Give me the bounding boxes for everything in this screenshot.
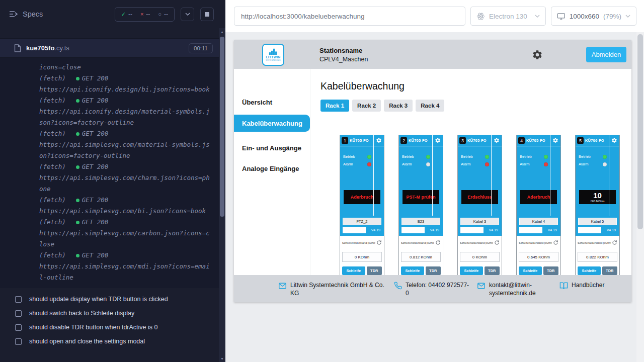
- cable-name: Kabel 4: [519, 218, 558, 225]
- sidebar-item-kabelueberwachung[interactable]: Kabelüberwachung: [234, 115, 310, 132]
- collapse-runs-button[interactable]: [181, 8, 194, 21]
- test-item[interactable]: should update display when TDR button is…: [0, 292, 219, 306]
- cable-name: Kabel 3: [460, 218, 499, 225]
- device-model: KÜ706-FO: [585, 138, 604, 143]
- schleife-button[interactable]: Schleife: [342, 266, 365, 275]
- test-item[interactable]: should switch back to Schleife display: [0, 306, 219, 320]
- browser-chrome-bar: http://localhost:3000/kabelueberwachung …: [225, 0, 644, 32]
- schleife-button[interactable]: Schleife: [401, 266, 424, 275]
- device-card-2: 2 KÜ705-FO Betrieb Alarm PST-M prüfen B2…: [398, 135, 443, 286]
- spec-file-row[interactable]: kue705fo.cy.ts 00:11: [0, 38, 219, 58]
- main-content: Kabelüberwachung Rack 1 Rack 2 Rack 3 Ra…: [310, 69, 631, 302]
- resistance-value: 0.645 KOhm: [519, 252, 558, 262]
- log-entry[interactable]: (fetch)GET 200 https://api.simplesvg.com…: [39, 195, 211, 217]
- browser-select[interactable]: Electron 130: [470, 7, 546, 26]
- stat-failed: ×--: [140, 11, 150, 18]
- log-entry[interactable]: (fetch)GET 200 https://api.simplesvg.com…: [39, 128, 211, 161]
- littwin-logo-icon: [268, 48, 279, 55]
- chevron-down-icon: [185, 13, 190, 16]
- viewport-select[interactable]: 1000x660 (79%): [551, 7, 636, 26]
- card-settings-icon[interactable]: [435, 137, 441, 143]
- footer-manuals-link[interactable]: Handbücher: [559, 281, 604, 290]
- sidebar: Übersicht Kabelüberwachung Ein- und Ausg…: [234, 69, 310, 302]
- card-settings-icon[interactable]: [376, 137, 382, 143]
- test-item[interactable]: should disable TDR button when tdrActive…: [0, 320, 219, 334]
- card-settings-icon[interactable]: [552, 137, 558, 143]
- schleife-button[interactable]: Schleife: [578, 266, 601, 275]
- cypress-runner-panel: Specs ✓-- ×-- ○-- kue705fo.cy.ts 00:11 i…: [0, 0, 225, 362]
- settings-gear-icon[interactable]: [532, 49, 543, 60]
- tab-rack-1[interactable]: Rack 1: [320, 100, 349, 112]
- card-divider: [550, 135, 550, 216]
- card-divider: [373, 135, 374, 216]
- log-line-partial[interactable]: icons=close: [39, 62, 211, 73]
- schleife-button[interactable]: Schleife: [460, 266, 483, 275]
- card-settings-icon[interactable]: [611, 137, 617, 143]
- tdr-button[interactable]: TDR: [543, 266, 558, 275]
- slot-number: 4: [518, 137, 525, 144]
- stage-scrollbar-thumb[interactable]: [637, 34, 643, 229]
- passed-icon: ✓: [121, 11, 126, 18]
- test-item[interactable]: should open and close the settings modal: [0, 334, 219, 348]
- log-entry[interactable]: (fetch)GET 200 https://api.simplesvg.com…: [39, 217, 211, 250]
- refresh-icon[interactable]: [494, 240, 500, 245]
- sidebar-item-analoge-eingaenge[interactable]: Analoge Eingänge: [234, 160, 310, 176]
- aut-panel: http://localhost:3000/kabelueberwachung …: [225, 0, 644, 362]
- card-settings-icon[interactable]: [494, 137, 500, 143]
- littwin-logo: LITTWIN SYSTEMTECHNIK: [262, 44, 284, 66]
- test-state-icon: [15, 296, 22, 303]
- scroll-down-icon[interactable]: ▼: [219, 355, 225, 362]
- tdr-button[interactable]: TDR: [485, 266, 500, 275]
- scrollbar-thumb[interactable]: [220, 37, 224, 217]
- footer-phone[interactable]: Telefon: 04402 972577-0: [394, 281, 472, 297]
- stop-run-button[interactable]: [200, 8, 214, 21]
- refresh-icon[interactable]: [435, 240, 441, 245]
- electron-icon: [476, 12, 485, 21]
- specs-label: Specs: [23, 10, 43, 18]
- test-stats: ✓-- ×-- ○--: [115, 7, 175, 22]
- tab-rack-4[interactable]: Rack 4: [416, 100, 444, 112]
- schleife-button[interactable]: Schleife: [519, 266, 542, 275]
- firmware-version: V4.19: [601, 227, 617, 233]
- betrieb-led: [603, 155, 607, 159]
- logout-button[interactable]: Abmelden: [586, 47, 626, 62]
- device-card-3: 3 KÜ705-FO Betrieb Alarm Erdschluss Kabe…: [457, 135, 502, 286]
- app-footer: Littwin Systemtechnik GmbH & Co. KG Tele…: [234, 275, 631, 302]
- tdr-button[interactable]: TDR: [426, 266, 441, 275]
- refresh-icon[interactable]: [376, 240, 382, 245]
- get-status-dot-icon: [76, 199, 79, 202]
- app-header: LITTWIN SYSTEMTECHNIK Stationsname CPLV4…: [234, 40, 631, 69]
- betrieb-led: [544, 155, 548, 159]
- device-model: KÜ705-FO: [467, 138, 487, 143]
- alarm-led: [367, 162, 371, 166]
- refresh-icon[interactable]: [553, 240, 558, 245]
- command-log: icons=close (fetch)GET 200 https://api.i…: [0, 58, 219, 288]
- get-status-dot-icon: [76, 165, 79, 169]
- alarm-led: [426, 162, 430, 166]
- run-timer: 00:11: [189, 43, 213, 53]
- url-bar[interactable]: http://localhost:3000/kabelueberwachung: [234, 7, 465, 26]
- alarm-led: [485, 162, 489, 166]
- refresh-icon[interactable]: [612, 240, 617, 245]
- log-entry[interactable]: (fetch)GET 200 https://api.iconify.desig…: [39, 95, 211, 128]
- cable-name: Kabel 5: [578, 218, 617, 225]
- log-entry[interactable]: (fetch)GET 200 https://api.iconify.desig…: [39, 73, 211, 95]
- log-entry[interactable]: (fetch)GET 200 https://api.simplesvg.com…: [39, 161, 211, 195]
- get-status-dot-icon: [76, 254, 79, 257]
- alarm-led: [544, 162, 548, 166]
- app-frame: LITTWIN SYSTEMTECHNIK Stationsname CPLV4…: [234, 40, 631, 302]
- tdr-button[interactable]: TDR: [602, 266, 617, 275]
- log-entry[interactable]: (fetch)GET 200 https://api.simplesvg.com…: [39, 250, 211, 283]
- device-model: KÜ705-FO: [526, 138, 545, 143]
- tab-rack-3[interactable]: Rack 3: [384, 100, 413, 112]
- specs-menu-icon: [9, 11, 18, 18]
- specs-sidebar-toggle[interactable]: Specs: [9, 10, 43, 18]
- footer-email[interactable]: kontakt@littwin-systemtechnik.de: [477, 281, 541, 297]
- station-label: Stationsname: [319, 47, 368, 54]
- tdr-button[interactable]: TDR: [367, 266, 382, 275]
- sidebar-item-ein-und-ausgaenge[interactable]: Ein- und Ausgänge: [234, 140, 310, 156]
- sidebar-item-uebersicht[interactable]: Übersicht: [234, 94, 310, 110]
- runner-scrollbar: ▲ ▼: [219, 28, 225, 362]
- tab-rack-2[interactable]: Rack 2: [352, 100, 381, 112]
- scroll-up-icon[interactable]: ▲: [219, 28, 225, 35]
